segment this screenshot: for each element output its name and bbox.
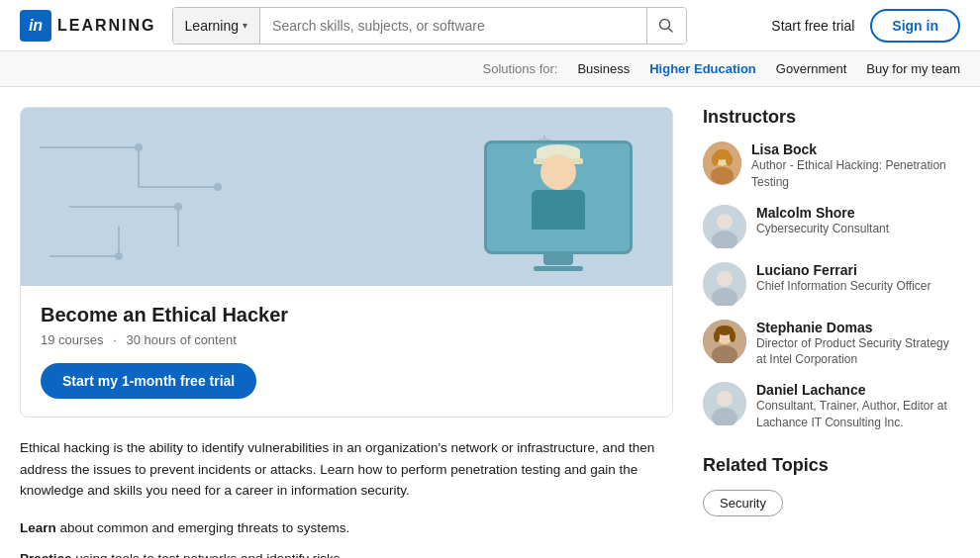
instructors-title: Instructors [703,107,960,128]
svg-line-1 [669,28,673,32]
nav-higher-education[interactable]: Higher Education [649,61,756,76]
monitor-graphic [484,140,633,254]
courses-count: 19 courses [41,332,104,347]
header: in LEARNING Learning ▾ Start free trial … [0,0,980,51]
instructor-info-luciano: Luciano Ferrari Chief Information Securi… [756,262,931,295]
svg-point-10 [174,203,182,211]
bullet-learn: Learn about common and emerging threats … [20,517,673,539]
hero-figure [484,140,633,254]
svg-point-7 [214,183,222,191]
svg-point-27 [717,214,733,230]
person-graphic [532,154,585,230]
stephanie-photo [703,320,746,363]
dropdown-label: Learning [185,18,240,34]
search-area: Learning ▾ [172,7,687,45]
instructor-title-daniel: Consultant, Trainer, Author, Editor at L… [756,398,960,431]
linkedin-icon: in [20,10,51,42]
instructor-info-daniel: Daniel Lachance Consultant, Trainer, Aut… [756,382,960,431]
svg-point-39 [717,391,733,407]
nav-business[interactable]: Business [577,61,630,76]
avatar-malcolm [703,205,746,248]
instructor-item-daniel: Daniel Lachance Consultant, Trainer, Aut… [703,382,960,431]
start-trial-button[interactable]: Start my 1-month free trial [41,363,256,399]
malcolm-photo [703,205,746,248]
svg-point-13 [115,252,123,260]
instructor-info-lisa: Lisa Bock Author - Ethical Hacking: Pene… [751,141,960,191]
hours-count: 30 hours of content [126,332,236,347]
main-content: Become an Ethical Hacker 19 courses · 30… [0,87,980,558]
avatar-stephanie [703,320,746,363]
description-text: Ethical hacking is the ability to identi… [20,437,673,502]
instructor-item-stephanie: Stephanie Domas Director of Product Secu… [703,320,960,369]
topic-tag-security[interactable]: Security [703,490,783,516]
arms-graphic [537,206,580,220]
nav-government[interactable]: Government [776,61,847,76]
hero-title: Become an Ethical Hacker [41,304,652,326]
logo-area: in LEARNING [20,10,156,42]
sub-nav: Solutions for: Business Higher Education… [0,51,980,87]
related-topics-title: Related Topics [703,455,960,476]
head-graphic [540,154,576,190]
bullet-practice-text: using tools to test networks and identif… [72,551,344,558]
related-topics: Related Topics Security [703,455,960,516]
bullet-learn-text: about common and emerging threats to sys… [56,520,349,535]
left-column: Become an Ethical Hacker 19 courses · 30… [20,107,673,558]
instructor-title-stephanie: Director of Product Security Strategy at… [756,335,960,369]
svg-point-36 [714,330,720,342]
svg-point-25 [726,153,733,165]
solutions-label: Solutions for: [483,61,558,76]
instructor-item-malcolm: Malcolm Shore Cybersecurity Consultant [703,205,960,248]
avatar-lisa-bock [703,141,741,185]
separator: · [113,332,117,347]
nav-buy-for-team[interactable]: Buy for my team [866,61,960,76]
hero-image [21,108,672,286]
instructor-title-malcolm: Cybersecurity Consultant [756,221,889,237]
instructor-item-luciano: Luciano Ferrari Chief Information Securi… [703,262,960,306]
bullet-practice: Practice using tools to test networks an… [20,548,673,558]
instructor-name-daniel: Daniel Lachance [756,382,960,398]
instructor-item-lisa-bock: Lisa Bock Author - Ethical Hacking: Pene… [703,141,960,191]
search-input[interactable] [260,8,646,44]
instructor-name-malcolm: Malcolm Shore [756,205,889,221]
monitor-stand [543,253,573,265]
svg-point-37 [730,330,735,342]
svg-point-6 [135,143,143,151]
svg-point-30 [717,271,733,287]
bullet-list: Learn about common and emerging threats … [20,517,673,558]
instructor-name-stephanie: Stephanie Domas [756,320,960,335]
hero-info: Become an Ethical Hacker 19 courses · 30… [21,286,672,417]
svg-point-24 [712,153,719,165]
logo-text: LEARNING [57,17,156,35]
search-icon [658,18,674,34]
instructor-info-stephanie: Stephanie Domas Director of Product Secu… [756,320,960,369]
body-graphic [532,190,585,230]
svg-point-22 [711,167,734,185]
daniel-photo [703,382,746,425]
monitor-base [534,266,583,271]
free-trial-link[interactable]: Start free trial [771,18,854,34]
instructor-title-luciano: Chief Information Security Officer [756,278,931,295]
instructor-name-lisa: Lisa Bock [751,141,960,157]
learning-dropdown[interactable]: Learning ▾ [173,8,261,44]
search-button[interactable] [646,8,686,44]
sign-in-button[interactable]: Sign in [870,9,960,43]
header-actions: Start free trial Sign in [771,9,960,43]
instructor-info-malcolm: Malcolm Shore Cybersecurity Consultant [756,205,889,237]
instructor-name-luciano: Luciano Ferrari [756,262,931,278]
bullet-practice-bold: Practice [20,551,72,558]
bullet-learn-bold: Learn [20,520,56,535]
hero-meta: 19 courses · 30 hours of content [41,332,652,347]
chevron-down-icon: ▾ [243,20,247,31]
instructor-title-lisa: Author - Ethical Hacking: Penetration Te… [751,157,960,191]
avatar-luciano [703,262,746,306]
luciano-photo [703,262,746,306]
hero-card: Become an Ethical Hacker 19 courses · 30… [20,107,673,418]
lisa-bock-photo [703,141,741,185]
right-column: Instructors Lisa Bock Author - Ethical H… [703,107,960,558]
avatar-daniel [703,382,746,425]
